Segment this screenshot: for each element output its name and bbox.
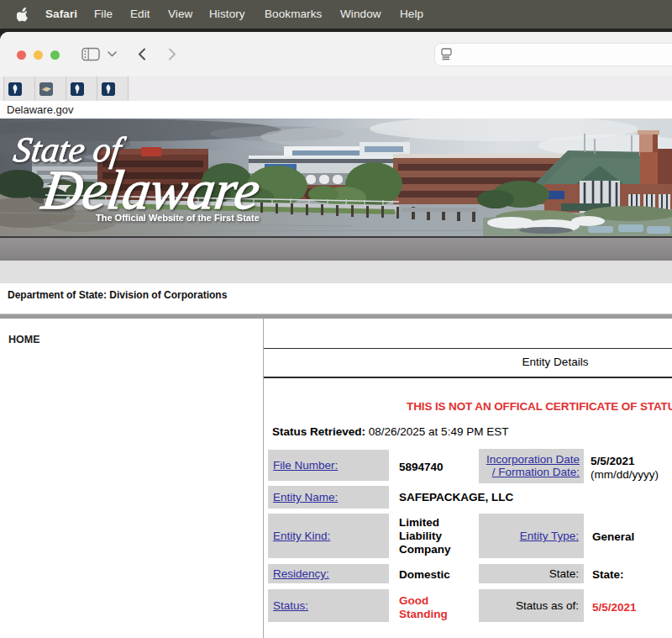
svg-text:Delaware: Delaware <box>38 159 264 220</box>
svg-text:The Official Website of the Fi: The Official Website of the First State <box>96 213 260 223</box>
